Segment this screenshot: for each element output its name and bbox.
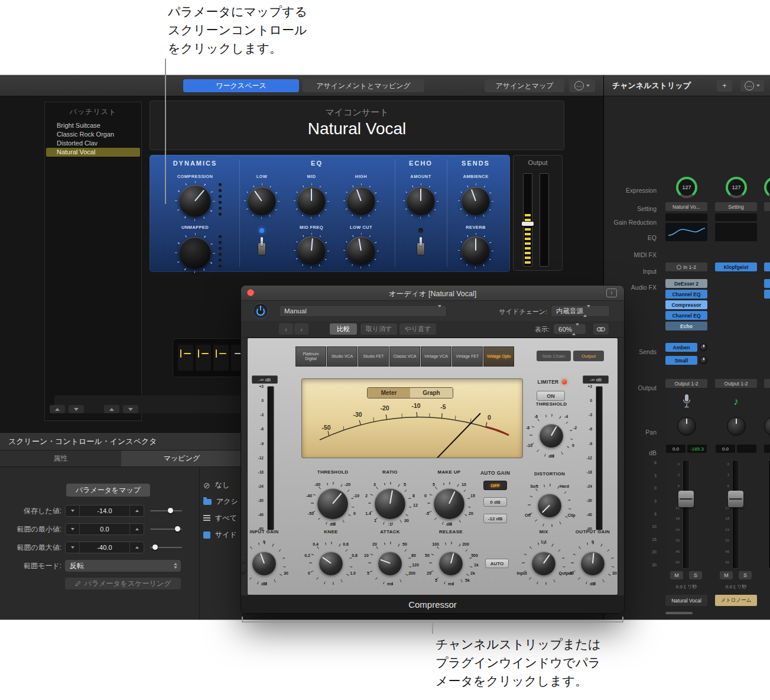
output-fader-cap[interactable] xyxy=(522,222,534,226)
pan-value[interactable]: -185.3 xyxy=(687,445,707,453)
knee-knob[interactable]: KNEE 0.40.60.20.801.0 xyxy=(301,534,360,593)
range-max-stepper[interactable]: -40.0 xyxy=(65,542,144,553)
tab-mapping[interactable]: マッピング xyxy=(121,451,242,467)
compression-knob[interactable] xyxy=(179,185,211,217)
slot-partial[interactable] xyxy=(764,379,770,388)
stepper-down-icon[interactable] xyxy=(66,524,80,534)
mapping-item-none[interactable]: ⊘ なし xyxy=(203,480,229,490)
settings-up-button[interactable] xyxy=(50,405,65,413)
auto-gain-option[interactable]: 0 dB xyxy=(483,497,507,507)
model-tab[interactable]: Studio VCA xyxy=(327,346,358,367)
release-auto-button[interactable]: AUTO xyxy=(485,559,509,568)
volume-value[interactable]: 0.0 xyxy=(666,445,685,453)
model-tab[interactable]: Studio FET xyxy=(358,346,389,367)
mute-button[interactable]: M xyxy=(720,571,733,579)
view-zoom-dropdown[interactable]: 60% xyxy=(553,323,586,335)
input-gain-knob[interactable]: INPUT GAIN 0-3030dB xyxy=(235,534,294,593)
slot-partial[interactable] xyxy=(764,279,770,288)
strip-nameplate[interactable]: メトロノーム xyxy=(715,595,757,606)
strip-nameplate[interactable]: Natural Vocal xyxy=(665,595,707,606)
echo-amount-knob[interactable] xyxy=(407,187,435,215)
auto-gain-option[interactable]: -12 dB xyxy=(483,514,507,523)
redo-button[interactable]: やり直す xyxy=(399,323,436,335)
meter-tab[interactable]: Meter xyxy=(368,388,410,398)
compare-button[interactable]: 比較 xyxy=(330,323,357,335)
solo-button[interactable]: S xyxy=(689,571,702,579)
fader-track[interactable] xyxy=(683,460,690,569)
model-tab[interactable]: Vintage FET xyxy=(452,346,483,367)
saved-value-slider[interactable] xyxy=(150,510,182,511)
stepper-up-icon[interactable] xyxy=(129,505,144,516)
setting-button[interactable]: Natural Vo... xyxy=(665,202,707,211)
solo-button[interactable]: S xyxy=(739,571,752,579)
range-min-stepper[interactable]: 0.0 xyxy=(65,523,144,535)
saved-value-stepper[interactable]: -14.0 xyxy=(65,505,144,517)
popout-icon[interactable]: ↑ xyxy=(606,289,617,297)
reverb-knob[interactable] xyxy=(462,236,490,265)
toolbar-more-menu[interactable]: … xyxy=(569,79,595,92)
eq-low-knob[interactable] xyxy=(248,187,276,215)
patch-down-button[interactable] xyxy=(123,405,138,413)
patch-list-item[interactable]: Classic Rock Organ xyxy=(46,130,140,139)
eq-toggle-switch[interactable] xyxy=(258,242,266,255)
eq-mid-knob[interactable] xyxy=(297,187,326,215)
stepper-up-icon[interactable] xyxy=(129,542,144,553)
tab-workspace[interactable]: ワークスペース xyxy=(183,79,299,92)
range-mode-dropdown[interactable]: 反転 xyxy=(65,560,181,572)
model-tab[interactable]: Classic VCA xyxy=(389,346,420,367)
eq-thumbnail[interactable] xyxy=(715,223,757,241)
link-button[interactable] xyxy=(593,323,609,335)
power-button[interactable] xyxy=(253,303,268,319)
patch-up-button[interactable] xyxy=(104,405,119,413)
output-view-button[interactable]: Output xyxy=(573,351,604,361)
limiter-threshold-knob[interactable]: THRESHOLD -6-4-8-2-100dB xyxy=(522,406,581,465)
prev-preset-button[interactable]: ‹ xyxy=(279,323,293,335)
midi-fx-slot[interactable]: Klopfgeist xyxy=(715,262,757,271)
pan-knob[interactable] xyxy=(677,417,696,436)
send-slot[interactable]: Amben xyxy=(665,343,697,352)
audio-fx-slot[interactable]: DeEsser 2 xyxy=(665,279,707,288)
add-channel-strip-button[interactable]: + xyxy=(717,80,732,92)
audio-fx-slot[interactable]: Channel EQ xyxy=(665,311,707,320)
mute-button[interactable]: M xyxy=(670,571,683,579)
input-slot[interactable]: In 1-2 xyxy=(665,262,707,271)
map-parameter-button[interactable]: パラメータをマップ xyxy=(66,484,150,497)
output-slot[interactable]: Output 1-2 xyxy=(715,379,757,388)
release-knob[interactable]: RELEASE 10020050500201k2k55kms xyxy=(421,534,480,593)
distortion-knob[interactable]: DISTORTION SoftHardOffClip xyxy=(520,476,579,535)
range-min-slider-dot[interactable] xyxy=(175,526,180,532)
auto-gain-option[interactable]: OFF xyxy=(483,481,507,490)
send-slot[interactable]: Small xyxy=(665,356,697,365)
low-cut-knob[interactable] xyxy=(347,236,375,265)
eq-thumbnail[interactable] xyxy=(665,223,707,241)
value-box-partial[interactable] xyxy=(764,445,770,453)
audio-fx-slot[interactable]: Echo xyxy=(665,322,707,330)
pan-knob-partial[interactable] xyxy=(764,417,770,436)
patch-list-item[interactable]: Distorted Clav xyxy=(46,139,140,148)
limiter-on-button[interactable]: ON xyxy=(537,391,565,401)
slot-partial[interactable] xyxy=(764,262,770,271)
sidechain-dropdown[interactable]: 内蔵音源 xyxy=(551,305,610,317)
volume-value[interactable]: 0.0 xyxy=(716,445,735,453)
echo-toggle-switch[interactable] xyxy=(417,242,425,255)
attack-knob[interactable]: ATTACK 205010805120200ms xyxy=(360,534,420,593)
expression-knob-partial[interactable] xyxy=(764,177,770,198)
scrollbar[interactable] xyxy=(665,612,693,614)
range-max-slider-dot[interactable] xyxy=(152,545,158,550)
ratio-knob[interactable]: RATIO 35281.412301:1 xyxy=(360,474,420,533)
next-preset-button[interactable]: › xyxy=(294,323,308,335)
graph-tab[interactable]: Graph xyxy=(410,388,453,398)
pan-knob[interactable] xyxy=(727,417,746,436)
send-knob[interactable] xyxy=(700,357,707,364)
plugin-titlebar[interactable]: オーディオ [Natural Vocal] ↑ xyxy=(241,286,624,301)
ambience-knob[interactable] xyxy=(462,187,490,215)
model-tab[interactable]: Platinum Digital xyxy=(295,346,326,367)
undo-button[interactable]: 取り消す xyxy=(360,323,397,335)
settings-down-button[interactable] xyxy=(69,405,84,413)
audio-fx-slot[interactable]: Channel EQ xyxy=(665,290,707,299)
value-box-empty[interactable] xyxy=(737,445,756,453)
tab-assignments-mappings[interactable]: アサインメントとマッピング xyxy=(303,79,424,92)
assign-and-map-button[interactable]: アサインとマップ xyxy=(485,79,564,92)
send-knob[interactable] xyxy=(700,343,707,351)
mapping-item-actions[interactable]: アクシ xyxy=(203,497,238,507)
